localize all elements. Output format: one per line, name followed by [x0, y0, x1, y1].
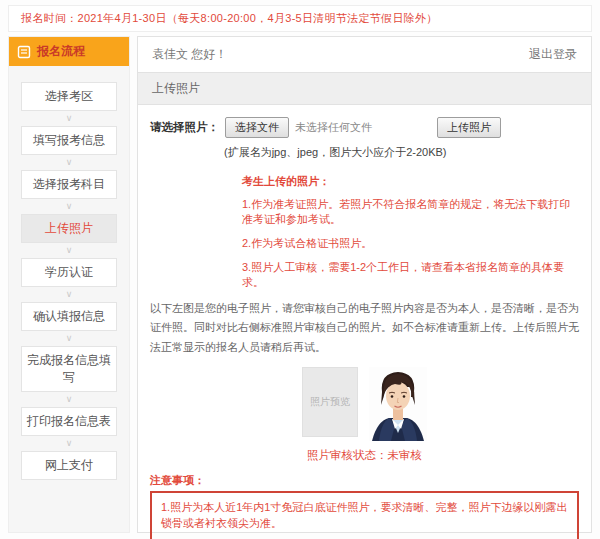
- chevron-down-icon: ∨: [21, 199, 117, 214]
- upload-note-2: 2.作为考试合格证书照片。: [242, 236, 579, 251]
- registration-time-notice: 报名时间：2021年4月1-30日（每天8:00-20:00，4月3-5日清明节…: [8, 5, 592, 32]
- file-status-text: 未选择任何文件: [295, 120, 372, 135]
- sidebar-item-select-exam-area[interactable]: 选择考区: [21, 82, 117, 111]
- extension-hint: (扩展名为jpg、jpeg，图片大小应介于2-20KB): [224, 145, 579, 160]
- main-panel: 袁佳文 您好！ 退出登录 上传照片 请选择照片： 选择文件 未选择任何文件 上传…: [137, 36, 592, 533]
- photo-preview-box: 照片预览: [302, 367, 358, 437]
- standard-photo: [369, 367, 427, 441]
- notice-title: 注意事项：: [150, 473, 579, 488]
- compare-instructions: 以下左图是您的电子照片，请您审核自己的电子照片内容是否为本人，是否清晰，是否为证…: [150, 299, 579, 357]
- upload-content: 请选择照片： 选择文件 未选择任何文件 上传照片 (扩展名为jpg、jpeg，图…: [138, 105, 591, 539]
- sidebar-item-fill-exam-info[interactable]: 填写报考信息: [21, 126, 117, 155]
- chevron-down-icon: ∨: [21, 392, 117, 407]
- chevron-down-icon: ∨: [21, 436, 117, 451]
- user-greeting: 袁佳文 您好！: [152, 46, 227, 63]
- form-icon: [17, 45, 31, 59]
- sidebar-registration-steps: 报名流程 选择考区 ∨ 填写报考信息 ∨ 选择报考科目 ∨ 上传照片 ∨ 学历认…: [8, 36, 130, 533]
- sidebar-item-print-form[interactable]: 打印报名信息表: [21, 407, 117, 436]
- sidebar-body: 选择考区 ∨ 填写报考信息 ∨ 选择报考科目 ∨ 上传照片 ∨ 学历认证 ∨ 确…: [9, 66, 129, 496]
- choose-photo-row: 请选择照片： 选择文件 未选择任何文件 上传照片: [150, 117, 579, 138]
- sidebar-item-complete-info[interactable]: 完成报名信息填写: [21, 346, 117, 392]
- sidebar-title: 报名流程: [37, 43, 85, 60]
- notice-highlight-box: 1.照片为本人近1年内1寸免冠白底证件照片，要求清晰、完整，照片下边缘以刚露出锁…: [150, 491, 579, 539]
- upload-note-3: 3.照片人工审核，需要1-2个工作日，请查看本省报名简章的具体要求。: [242, 260, 579, 290]
- photo-review-status: 照片审核状态：未审核: [150, 448, 579, 463]
- section-title: 上传照片: [138, 72, 591, 105]
- sidebar-item-select-subjects[interactable]: 选择报考科目: [21, 170, 117, 199]
- upload-notes: 考生上传的照片： 1.作为准考证照片。若照片不符合报名简章的规定，将无法下载打印…: [242, 174, 579, 290]
- welcome-row: 袁佳文 您好！ 退出登录: [138, 37, 591, 72]
- upload-note-1: 1.作为准考证照片。若照片不符合报名简章的规定，将无法下载打印准考证和参加考试。: [242, 197, 579, 227]
- chevron-down-icon: ∨: [21, 287, 117, 302]
- chevron-down-icon: ∨: [21, 111, 117, 126]
- upload-photo-button[interactable]: 上传照片: [437, 117, 501, 138]
- chevron-down-icon: ∨: [21, 243, 117, 258]
- choose-file-button[interactable]: 选择文件: [225, 117, 289, 138]
- chevron-down-icon: ∨: [21, 331, 117, 346]
- sidebar-item-upload-photo[interactable]: 上传照片: [21, 214, 117, 243]
- sidebar-item-online-payment[interactable]: 网上支付: [21, 451, 117, 480]
- upload-notes-title: 考生上传的照片：: [242, 174, 579, 189]
- photo-row: 照片预览: [150, 367, 579, 441]
- page-layout: 报名流程 选择考区 ∨ 填写报考信息 ∨ 选择报考科目 ∨ 上传照片 ∨ 学历认…: [8, 36, 592, 533]
- logout-link[interactable]: 退出登录: [529, 46, 577, 63]
- sidebar-item-confirm-info[interactable]: 确认填报信息: [21, 302, 117, 331]
- sidebar-item-education-verify[interactable]: 学历认证: [21, 258, 117, 287]
- sidebar-header: 报名流程: [9, 37, 129, 66]
- notice-item-1: 1.照片为本人近1年内1寸免冠白底证件照片，要求清晰、完整，照片下边缘以刚露出锁…: [161, 499, 568, 532]
- chevron-down-icon: ∨: [21, 155, 117, 170]
- choose-photo-label: 请选择照片：: [150, 120, 219, 135]
- photo-preview-placeholder: 照片预览: [310, 395, 350, 409]
